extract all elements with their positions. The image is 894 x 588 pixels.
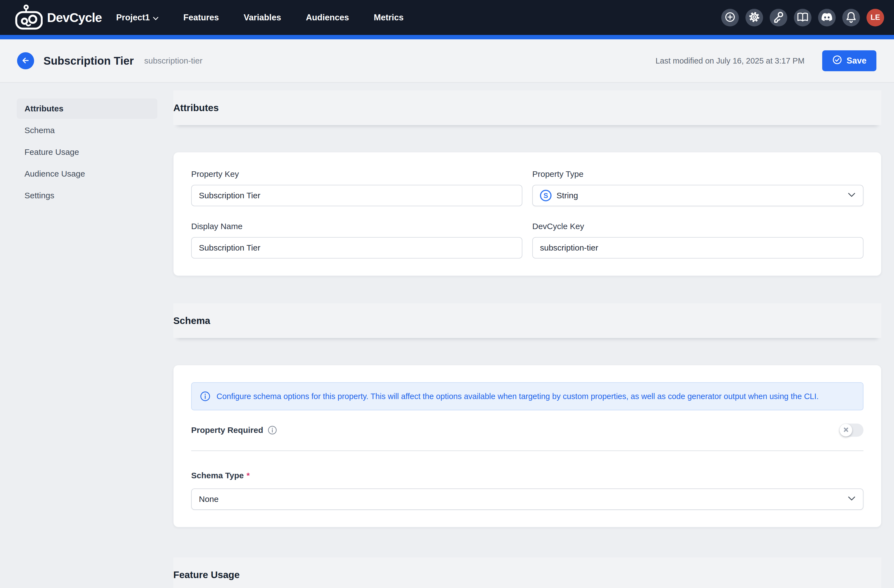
info-icon bbox=[200, 391, 210, 401]
info-icon bbox=[268, 425, 277, 435]
attributes-card: Property Key Property Type S String bbox=[173, 152, 881, 276]
last-modified-text: Last modified on July 16, 2025 at 3:17 P… bbox=[655, 56, 805, 65]
schema-type-select[interactable]: None bbox=[191, 488, 864, 510]
arrow-left-icon bbox=[21, 56, 30, 66]
display-name-label: Display Name bbox=[191, 222, 523, 231]
attributes-section-header: Attributes bbox=[173, 90, 881, 125]
schema-section-header: Schema bbox=[173, 303, 881, 338]
accent-bar bbox=[0, 35, 894, 39]
back-button[interactable] bbox=[17, 52, 34, 69]
nav-variables[interactable]: Variables bbox=[244, 13, 281, 23]
nav-features[interactable]: Features bbox=[183, 13, 219, 23]
sidebar-item-settings[interactable]: Settings bbox=[17, 185, 157, 206]
page-title: Subscription Tier bbox=[44, 55, 134, 67]
feature-usage-section-title: Feature Usage bbox=[173, 569, 240, 580]
devcycle-app: DevCycle Project1 Features Variables Aud… bbox=[0, 0, 894, 588]
devcycle-key-field-group: DevCycle Key bbox=[532, 222, 864, 259]
schema-type-label-row: Schema Type * bbox=[191, 471, 864, 480]
documentation-button[interactable] bbox=[794, 9, 811, 26]
settings-button[interactable] bbox=[746, 9, 763, 26]
schema-info-text: Configure schema options for this proper… bbox=[216, 392, 818, 401]
required-asterisk: * bbox=[246, 471, 250, 480]
x-icon bbox=[843, 427, 849, 433]
main-nav: Project1 Features Variables Audiences Me… bbox=[116, 13, 403, 23]
notifications-button[interactable] bbox=[842, 9, 860, 26]
user-avatar[interactable]: LE bbox=[867, 9, 884, 26]
schema-section-title: Schema bbox=[173, 315, 210, 326]
check-circle-icon bbox=[832, 55, 842, 67]
gear-icon bbox=[749, 11, 760, 24]
chevron-down-icon bbox=[848, 496, 855, 502]
schema-card: Configure schema options for this proper… bbox=[173, 365, 881, 527]
sidebar-item-schema[interactable]: Schema bbox=[17, 120, 157, 140]
property-required-row: Property Required bbox=[191, 424, 864, 437]
sidebar-item-feature-usage[interactable]: Feature Usage bbox=[17, 142, 157, 162]
devcycle-logo[interactable]: DevCycle bbox=[15, 5, 102, 31]
nav-audiences[interactable]: Audiences bbox=[306, 13, 349, 23]
display-name-field-group: Display Name bbox=[191, 222, 523, 259]
nav-project-selector[interactable]: Project1 bbox=[116, 13, 159, 23]
plus-circle-icon bbox=[725, 12, 735, 23]
sidebar-item-audience-usage[interactable]: Audience Usage bbox=[17, 164, 157, 184]
sidebar-item-attributes[interactable]: Attributes bbox=[17, 98, 157, 119]
schema-info-alert: Configure schema options for this proper… bbox=[191, 382, 864, 410]
schema-type-label: Schema Type bbox=[191, 471, 244, 480]
string-type-icon: S bbox=[540, 190, 551, 201]
top-navbar: DevCycle Project1 Features Variables Aud… bbox=[0, 0, 894, 35]
devcycle-key-input[interactable] bbox=[532, 237, 864, 259]
property-type-label: Property Type bbox=[532, 169, 864, 179]
section-nav: Attributes Schema Feature Usage Audience… bbox=[17, 98, 157, 207]
save-button[interactable]: Save bbox=[822, 50, 876, 71]
page-key: subscription-tier bbox=[144, 56, 202, 65]
create-button[interactable] bbox=[721, 9, 739, 26]
attributes-section-title: Attributes bbox=[173, 102, 219, 113]
toggle-knob bbox=[840, 424, 852, 436]
property-key-field-group: Property Key bbox=[191, 169, 523, 206]
divider bbox=[191, 451, 864, 451]
devcycle-key-label: DevCycle Key bbox=[532, 222, 864, 231]
page-header: Subscription Tier subscription-tier Last… bbox=[0, 39, 894, 83]
property-key-label: Property Key bbox=[191, 169, 523, 179]
book-icon bbox=[797, 12, 809, 23]
chevron-down-icon bbox=[848, 193, 855, 198]
key-icon bbox=[773, 11, 784, 24]
property-key-input[interactable] bbox=[191, 185, 523, 206]
brand-name: DevCycle bbox=[47, 10, 102, 25]
feature-usage-section-header: Feature Usage bbox=[173, 558, 881, 588]
api-keys-button[interactable] bbox=[770, 9, 787, 26]
property-type-select[interactable]: S String bbox=[532, 185, 864, 206]
discord-button[interactable] bbox=[818, 9, 836, 26]
display-name-input[interactable] bbox=[191, 237, 523, 259]
bell-icon bbox=[846, 11, 856, 24]
navbar-actions: LE bbox=[721, 9, 884, 26]
property-required-label: Property Required bbox=[191, 425, 263, 435]
property-type-field-group: Property Type S String bbox=[532, 169, 864, 206]
chevron-down-icon bbox=[153, 13, 159, 23]
discord-icon bbox=[821, 12, 833, 23]
nav-metrics[interactable]: Metrics bbox=[374, 13, 404, 23]
devcycle-robot-icon bbox=[15, 5, 43, 31]
property-required-toggle[interactable] bbox=[839, 424, 864, 437]
